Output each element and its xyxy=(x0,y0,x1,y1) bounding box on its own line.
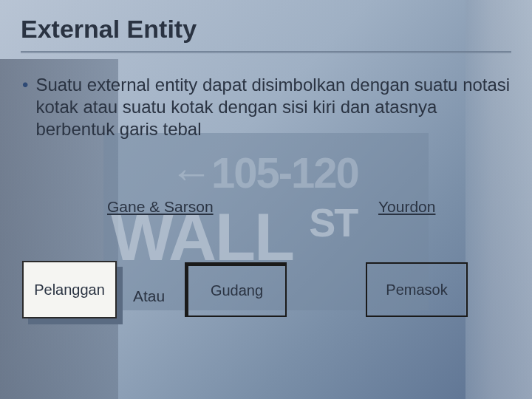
label-gane-sarson: Gane & Sarson xyxy=(107,198,214,216)
box-pemasok: Pemasok xyxy=(366,262,468,317)
slide-title: External Entity xyxy=(21,15,511,44)
title-divider: External Entity xyxy=(21,15,511,53)
bullet-dot-icon: • xyxy=(22,74,28,140)
label-yourdon: Yourdon xyxy=(378,198,435,216)
label-atau: Atau xyxy=(133,287,165,305)
box-pelanggan: Pelanggan xyxy=(22,261,117,318)
bullet-text: Suatu external entity dapat disimbolkan … xyxy=(35,74,511,140)
box-gudang: Gudang xyxy=(185,262,287,317)
bg-sign-st: ST xyxy=(309,200,357,245)
bullet-item: • Suatu external entity dapat disimbolka… xyxy=(21,74,511,140)
